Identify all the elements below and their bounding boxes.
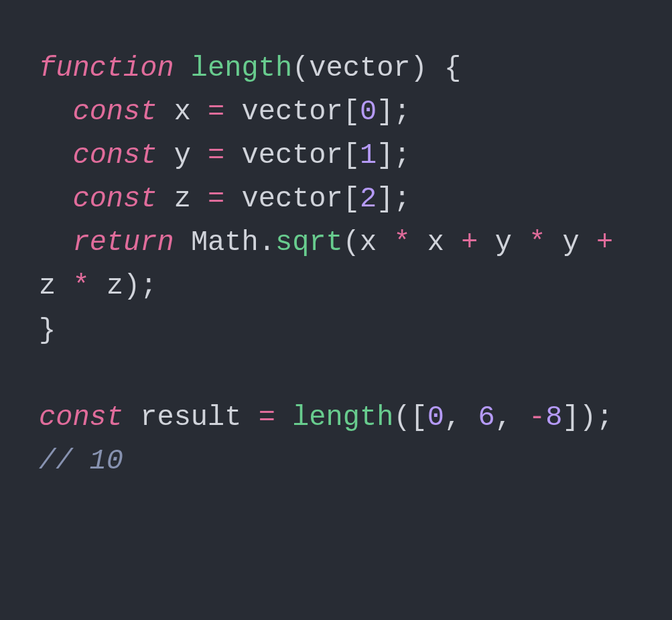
code-token <box>56 270 72 302</box>
code-token <box>39 183 72 215</box>
code-token <box>224 183 241 215</box>
code-token: + <box>596 227 613 259</box>
code-token: vector <box>242 139 343 172</box>
code-token: 0 <box>360 96 377 128</box>
code-token: ]; <box>377 183 410 215</box>
code-token <box>275 401 292 434</box>
code-token: * <box>529 227 545 259</box>
code-token: return <box>72 227 174 259</box>
code-token: ( <box>343 227 360 259</box>
code-token <box>444 227 461 259</box>
code-token <box>191 183 208 215</box>
code-token: . <box>259 227 275 259</box>
code-token <box>580 227 596 259</box>
code-token <box>613 227 630 259</box>
code-token <box>191 139 208 172</box>
code-token <box>157 183 174 215</box>
code-token: [ <box>343 183 360 215</box>
code-token: vector <box>242 183 343 215</box>
code-token <box>123 401 140 434</box>
code-token: [ <box>343 139 360 172</box>
code-token: + <box>461 227 478 259</box>
code-token <box>39 139 72 172</box>
code-token: = <box>259 401 275 434</box>
code-token: 6 <box>478 401 494 434</box>
code-token: const <box>39 401 123 434</box>
code-token: length <box>191 52 292 84</box>
code-token: [ <box>343 96 360 128</box>
code-token <box>157 139 174 172</box>
code-token: * <box>72 270 89 302</box>
code-token <box>174 227 191 259</box>
code-token: 1 <box>360 139 377 172</box>
code-token <box>224 96 241 128</box>
code-token: } <box>39 314 56 347</box>
code-token <box>174 52 191 84</box>
code-token: x <box>427 227 444 259</box>
code-token: - <box>529 401 545 434</box>
code-token: , <box>444 401 478 434</box>
code-token: = <box>208 183 224 215</box>
code-token: z <box>107 270 123 302</box>
code-token: 0 <box>427 401 444 434</box>
code-block: function length(vector) { const x = vect… <box>39 47 633 483</box>
code-token: z <box>174 183 191 215</box>
code-token: length <box>292 401 393 434</box>
code-token <box>191 96 208 128</box>
code-token: x <box>360 227 377 259</box>
code-token <box>90 270 107 302</box>
code-token: // 10 <box>39 445 123 477</box>
code-token: 2 <box>360 183 377 215</box>
code-token: ( <box>292 52 309 84</box>
code-token <box>157 96 174 128</box>
code-token: , <box>495 401 529 434</box>
code-token: ); <box>123 270 157 302</box>
code-token: vector <box>242 96 343 128</box>
code-token: = <box>208 96 224 128</box>
code-token: y <box>495 227 512 259</box>
code-token: Math <box>191 227 259 259</box>
code-token: result <box>140 401 241 434</box>
code-token: vector <box>309 52 410 84</box>
code-token: x <box>174 96 191 128</box>
code-token <box>377 227 393 259</box>
code-token <box>224 139 241 172</box>
code-token <box>478 227 495 259</box>
code-token: * <box>393 227 410 259</box>
code-token: 8 <box>545 401 562 434</box>
code-token: z <box>39 270 56 302</box>
code-token: ) { <box>411 52 462 84</box>
code-token: ]); <box>563 401 614 434</box>
code-token: ]; <box>377 96 410 128</box>
code-token: sqrt <box>275 227 343 259</box>
code-token: const <box>72 96 157 128</box>
code-token <box>545 227 562 259</box>
code-token <box>39 96 72 128</box>
code-token <box>39 227 72 259</box>
code-token: = <box>208 139 224 172</box>
code-token: y <box>174 139 191 172</box>
code-token: const <box>72 139 157 172</box>
code-token: const <box>72 183 157 215</box>
code-token <box>512 227 529 259</box>
code-token: y <box>563 227 580 259</box>
code-token: ]; <box>377 139 410 172</box>
code-token <box>241 401 258 434</box>
code-token <box>411 227 427 259</box>
code-token: function <box>39 52 174 84</box>
code-token: ([ <box>393 401 427 434</box>
